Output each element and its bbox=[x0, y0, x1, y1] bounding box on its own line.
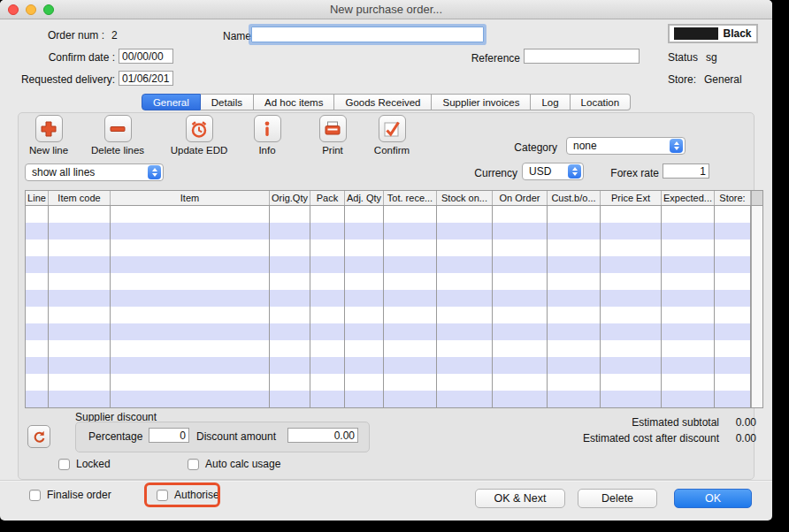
percentage-input[interactable] bbox=[149, 428, 189, 443]
table-cell bbox=[493, 256, 548, 273]
ok-and-next-button[interactable]: OK & Next bbox=[475, 489, 565, 508]
table-cell bbox=[26, 223, 49, 239]
table-cell bbox=[26, 307, 49, 323]
table-cell bbox=[601, 357, 662, 374]
table-cell bbox=[493, 206, 548, 223]
tab-log[interactable]: Log bbox=[531, 94, 570, 110]
table-row[interactable] bbox=[26, 323, 751, 340]
currency-dropdown[interactable]: USD bbox=[522, 163, 584, 180]
column-header-adj-qty[interactable]: Adj. Qty bbox=[345, 191, 384, 205]
column-header-store-[interactable]: Store: bbox=[715, 191, 751, 205]
table-cell bbox=[384, 307, 437, 323]
table-cell bbox=[437, 273, 493, 290]
delete-button[interactable]: Delete bbox=[578, 489, 657, 508]
category-label: Category bbox=[469, 141, 557, 154]
table-cell bbox=[49, 307, 111, 323]
table-row[interactable] bbox=[26, 223, 751, 239]
column-header-price-ext[interactable]: Price Ext bbox=[601, 191, 662, 205]
table-cell bbox=[548, 307, 601, 323]
vertical-scrollbar[interactable] bbox=[751, 206, 762, 407]
status-row: Status sg bbox=[668, 51, 717, 64]
line-filter-dropdown[interactable]: show all lines bbox=[25, 163, 164, 181]
column-header-cust-b-o-[interactable]: Cust.b/o... bbox=[548, 191, 601, 205]
table-row[interactable] bbox=[26, 239, 751, 256]
tab-location[interactable]: Location bbox=[571, 94, 631, 110]
name-label: Name bbox=[223, 30, 251, 42]
category-dropdown[interactable]: none bbox=[566, 137, 686, 155]
finalise-order-checkbox[interactable] bbox=[29, 490, 41, 501]
minimize-window-button[interactable] bbox=[26, 4, 36, 15]
recalculate-discount-button[interactable] bbox=[27, 425, 50, 448]
table-cell bbox=[345, 391, 384, 407]
confirm-button[interactable]: Confirm bbox=[351, 115, 433, 156]
table-cell bbox=[662, 307, 715, 323]
tab-ad-hoc-items[interactable]: Ad hoc items bbox=[254, 94, 334, 110]
table-cell bbox=[49, 340, 111, 357]
ok-button[interactable]: OK bbox=[674, 489, 752, 508]
column-header-on-order[interactable]: On Order bbox=[493, 191, 548, 205]
requested-delivery-input[interactable] bbox=[119, 71, 173, 86]
column-header-tot-rece-[interactable]: Tot. rece... bbox=[384, 191, 437, 205]
table-cell bbox=[715, 206, 751, 223]
forex-rate-input[interactable] bbox=[663, 163, 709, 179]
category-value: none bbox=[567, 140, 670, 152]
table-row[interactable] bbox=[26, 307, 751, 323]
table-row[interactable] bbox=[26, 290, 751, 307]
column-header-item[interactable]: Item bbox=[111, 191, 270, 205]
title-bar: New purchase order... bbox=[0, 0, 772, 19]
table-cell bbox=[345, 239, 384, 256]
authorise-checkbox[interactable] bbox=[157, 490, 168, 501]
table-row[interactable] bbox=[26, 340, 751, 357]
auto-calc-usage-label: Auto calc usage bbox=[205, 458, 280, 470]
table-row[interactable] bbox=[26, 273, 751, 290]
column-header-item-code[interactable]: Item code bbox=[49, 191, 111, 205]
color-swatch-selector[interactable]: Black bbox=[668, 24, 758, 43]
table-cell bbox=[493, 357, 548, 374]
table-cell bbox=[26, 256, 49, 273]
table-cell bbox=[662, 374, 715, 391]
table-row[interactable] bbox=[26, 391, 751, 407]
tab-supplier-invoices[interactable]: Supplier invoices bbox=[432, 94, 531, 110]
column-header-line[interactable]: Line bbox=[26, 191, 49, 205]
tab-general[interactable]: General bbox=[142, 94, 201, 110]
table-row[interactable] bbox=[26, 256, 751, 273]
column-header-orig-qty[interactable]: Orig.Qty bbox=[270, 191, 310, 205]
table-cell bbox=[49, 357, 111, 374]
close-window-button[interactable] bbox=[8, 4, 19, 15]
name-input[interactable] bbox=[251, 27, 484, 42]
confirm-date-input[interactable] bbox=[119, 49, 173, 64]
table-cell bbox=[270, 206, 310, 223]
table-cell bbox=[384, 239, 437, 256]
table-cell bbox=[715, 374, 751, 391]
column-header-stock-on-[interactable]: Stock on... bbox=[437, 191, 493, 205]
printer-icon bbox=[319, 115, 347, 142]
tab-goods-received[interactable]: Goods Received bbox=[334, 94, 432, 110]
toolbar-button-label: Confirm bbox=[374, 145, 410, 156]
table-cell bbox=[345, 357, 384, 374]
tab-details[interactable]: Details bbox=[201, 94, 254, 110]
discount-amount-input[interactable] bbox=[287, 428, 358, 443]
auto-calc-usage-checkbox[interactable] bbox=[188, 459, 199, 470]
percentage-label: Percentage bbox=[88, 430, 142, 443]
finalise-order-label: Finalise order bbox=[47, 489, 111, 501]
table-row[interactable] bbox=[26, 357, 751, 374]
table-cell bbox=[662, 340, 715, 357]
table-cell bbox=[310, 206, 345, 223]
table-cell bbox=[310, 307, 345, 323]
table-cell bbox=[662, 223, 715, 239]
table-cell bbox=[26, 273, 49, 290]
column-header-expected-[interactable]: Expected... bbox=[662, 191, 715, 205]
table-row[interactable] bbox=[26, 206, 751, 223]
currency-label: Currency bbox=[447, 167, 517, 179]
reference-input[interactable] bbox=[524, 49, 640, 64]
zoom-window-button[interactable] bbox=[43, 4, 54, 15]
table-row[interactable] bbox=[26, 374, 751, 391]
delete-lines-button[interactable]: Delete lines bbox=[77, 115, 158, 156]
toolbar-button-label: Update EDD bbox=[171, 145, 228, 156]
table-cell bbox=[310, 357, 345, 374]
table-cell bbox=[715, 223, 751, 239]
table-cell bbox=[548, 340, 601, 357]
table-cell bbox=[345, 374, 384, 391]
locked-checkbox[interactable] bbox=[58, 459, 70, 470]
column-header-pack[interactable]: Pack bbox=[310, 191, 345, 205]
